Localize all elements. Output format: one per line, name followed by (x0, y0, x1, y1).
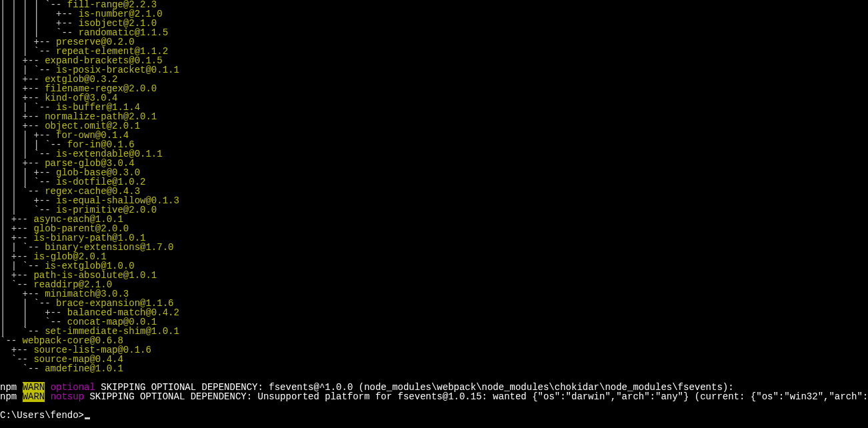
tree-line: | | +-- object.omit@2.0.1 (0, 121, 868, 131)
tree-line: | | | `-- is-posix-bracket@0.1.1 (0, 65, 868, 75)
tree-line: | | | | `-- for-in@0.1.6 (0, 140, 868, 149)
prompt-line[interactable]: C:\Users\fendo> (0, 411, 868, 420)
tree-line: | +-- is-binary-path@1.0.1 (0, 233, 868, 243)
tree-line: | +-- minimatch@3.0.3 (0, 289, 868, 299)
warn-badge: WARN (23, 391, 45, 402)
warn-line: npm WARN notsup SKIPPING OPTIONAL DEPEND… (0, 392, 868, 401)
tree-line: | +-- glob-parent@2.0.0 (0, 224, 868, 233)
tree-line: | | `-- brace-expansion@1.1.6 (0, 299, 868, 308)
tree-line: | | | +-- for-own@0.1.4 (0, 131, 868, 140)
tree-line: | | | +-- glob-base@0.3.0 (0, 168, 868, 177)
tree-prefix: `-- (0, 363, 45, 374)
terminal-output[interactable]: | | | | `-- fill-range@2.2.3| | | | +-- … (0, 0, 868, 420)
tree-line: `-- source-map@0.4.4 (0, 355, 868, 364)
tree-line: | +-- async-each@1.0.1 (0, 215, 868, 224)
tree-line: | | +-- balanced-match@0.4.2 (0, 308, 868, 317)
tree-line: | `-- set-immediate-shim@1.0.1 (0, 327, 868, 336)
tree-line: | | | | +-- isobject@2.1.0 (0, 19, 868, 28)
tree-line: | | +-- kind-of@3.0.4 (0, 93, 868, 103)
tree-line: | | | `-- is-buffer@1.1.4 (0, 103, 868, 112)
blank-line (0, 401, 868, 411)
tree-line: | | | | `-- fill-range@2.2.3 (0, 0, 868, 9)
cursor-icon (85, 417, 90, 419)
warn-line: npm WARN optional SKIPPING OPTIONAL DEPE… (0, 383, 868, 392)
tree-line: +-- source-list-map@0.1.6 (0, 345, 868, 355)
package-name: amdefine@1.0.1 (45, 363, 123, 374)
tree-line: | | +-- normalize-path@2.0.1 (0, 112, 868, 121)
tree-line: | | +-- is-equal-shallow@0.1.3 (0, 196, 868, 205)
tree-line: | | | `-- is-extendable@0.1.1 (0, 149, 868, 159)
blank-line (0, 373, 868, 383)
warn-text: SKIPPING OPTIONAL DEPENDENCY: Unsupporte… (84, 391, 868, 402)
tree-line: | | `-- binary-extensions@1.7.0 (0, 243, 868, 252)
tree-line: | | `-- is-extglob@1.0.0 (0, 261, 868, 271)
tree-line: | | `-- regex-cache@0.4.3 (0, 187, 868, 196)
tree-line: | +-- is-glob@2.0.1 (0, 252, 868, 261)
tree-line: | | | `-- is-dotfile@1.0.2 (0, 177, 868, 187)
warn-tag: notsup (51, 391, 84, 402)
prompt-text: C:\Users\fendo> (0, 410, 84, 421)
tree-line: | | +-- expand-brackets@0.1.5 (0, 56, 868, 65)
tree-line: | `-- readdirp@2.1.0 (0, 280, 868, 289)
tree-line: | | | `-- repeat-element@1.1.2 (0, 47, 868, 56)
tree-line: | | +-- parse-glob@3.0.4 (0, 159, 868, 168)
tree-line: | | `-- concat-map@0.0.1 (0, 317, 868, 327)
tree-line: | | | +-- preserve@0.2.0 (0, 37, 868, 47)
tree-line: `-- webpack-core@0.6.8 (0, 336, 868, 345)
tree-line: `-- amdefine@1.0.1 (0, 364, 868, 373)
tree-line: | | +-- filename-regex@2.0.0 (0, 84, 868, 93)
tree-line: | | `-- is-primitive@2.0.0 (0, 205, 868, 215)
tree-line: | +-- path-is-absolute@1.0.1 (0, 271, 868, 280)
tree-line: | | +-- extglob@0.3.2 (0, 75, 868, 84)
tree-line: | | | | `-- randomatic@1.1.5 (0, 28, 868, 37)
tree-line: | | | | +-- is-number@2.1.0 (0, 9, 868, 19)
